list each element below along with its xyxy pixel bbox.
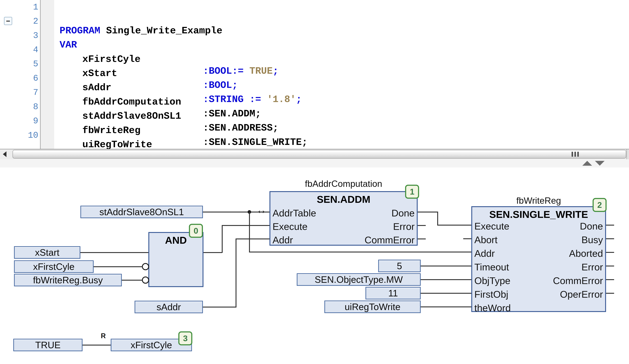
pin-addrtable[interactable]: AddrTable	[273, 208, 316, 219]
pin-theword[interactable]: theWord	[474, 302, 511, 313]
pin-error[interactable]: Error	[393, 221, 415, 232]
wire-stub	[606, 225, 614, 226]
wire-stub	[418, 225, 426, 226]
wire	[122, 280, 142, 281]
single-write-function-block[interactable]: SEN.SINGLE_WRITE Execute Abort Addr Time…	[471, 206, 606, 312]
wire	[236, 239, 270, 239]
addm-instance-name[interactable]: fbAddrComputation	[270, 179, 418, 189]
pin-done[interactable]: Done	[391, 208, 415, 219]
pin-timeout[interactable]: Timeout	[474, 261, 509, 272]
line-number: 3	[0, 30, 38, 42]
wire-stub	[606, 279, 614, 280]
inout-pin-marker: ↔	[256, 205, 267, 215]
operand-box-firstobj-value[interactable]: 11	[365, 287, 421, 299]
addm-type-name: SEN.ADDM	[270, 193, 417, 205]
wire-stub	[606, 252, 614, 253]
code-line-7[interactable]: 7 stAddrSlave8OnSL1 :SEN.ADDRESS;	[0, 87, 629, 99]
wire-stub	[418, 239, 426, 239]
wire	[222, 225, 270, 226]
wire	[421, 279, 471, 280]
code-line-2[interactable]: 2 VAR	[0, 15, 629, 27]
pin-objtype[interactable]: ObjType	[474, 275, 510, 286]
wire	[421, 265, 471, 266]
operand-box-uiregtowrite[interactable]: uiRegToWrite	[324, 301, 421, 313]
scroll-left-arrow-icon[interactable]	[3, 151, 6, 157]
splitter-grip-icon	[572, 152, 573, 157]
line-number: 1	[0, 1, 38, 13]
reset-modifier-label: R	[101, 332, 106, 340]
and-function-block[interactable]: AND	[148, 232, 203, 287]
operand-box-saddr[interactable]: sAddr	[135, 301, 203, 313]
wire	[203, 307, 236, 308]
execution-order-badge: 2	[593, 198, 607, 212]
wire-stub	[463, 238, 471, 239]
wire	[437, 212, 438, 226]
pin-aborted[interactable]: Aborted	[569, 248, 603, 259]
wire	[83, 345, 111, 346]
wire	[80, 252, 148, 253]
collapse-pane-up-icon[interactable]	[582, 161, 592, 166]
wire	[421, 306, 471, 307]
line-number: 6	[0, 72, 38, 84]
line-number: 9	[0, 115, 38, 127]
wire	[94, 266, 142, 267]
pin-error[interactable]: Error	[582, 261, 603, 272]
operand-box-xstart[interactable]: xStart	[14, 246, 80, 259]
line-number: 4	[0, 44, 38, 56]
pin-commerror[interactable]: CommError	[365, 234, 415, 245]
write-type-name: SEN.SINGLE_WRITE	[472, 209, 605, 220]
code-line-9[interactable]: 9 uiRegToWrite :UINT;	[0, 115, 629, 127]
pin-execute[interactable]: Execute	[474, 221, 509, 232]
code-line-4[interactable]: 4 xStart :BOOL;	[0, 44, 629, 56]
write-instance-name[interactable]: fbWriteReg	[471, 195, 606, 206]
wire	[222, 225, 223, 253]
line-number: 7	[0, 87, 38, 99]
operand-box-fbwritereg-busy[interactable]: fbWriteReg.Busy	[14, 274, 122, 286]
code-line-5[interactable]: 5 sAddr :STRING := '1.8';	[0, 58, 629, 70]
pin-addr[interactable]: Addr	[474, 248, 495, 259]
expand-pane-down-icon[interactable]	[595, 161, 605, 166]
wire	[203, 252, 222, 253]
operand-box-objtype[interactable]: SEN.ObjectType.MW	[297, 273, 421, 286]
execution-order-badge: 3	[178, 331, 192, 345]
addm-function-block[interactable]: SEN.ADDM AddrTable Execute Addr Done Err…	[270, 191, 418, 246]
operand-box-true-const[interactable]: TRUE	[13, 339, 83, 351]
pin-commerror[interactable]: CommError	[553, 275, 603, 286]
wire	[249, 251, 471, 252]
wire-stub	[606, 238, 614, 239]
splitter-grip-icon	[574, 152, 576, 157]
pin-addr[interactable]: Addr	[273, 234, 293, 245]
pin-opererror[interactable]: OperError	[560, 289, 603, 300]
pin-busy[interactable]: Busy	[582, 234, 603, 245]
splitter-band[interactable]	[0, 159, 629, 167]
code-line-1[interactable]: 1 PROGRAM Single_Write_Example	[0, 1, 629, 13]
wire	[418, 212, 438, 213]
pin-firstobj[interactable]: FirstObj	[474, 289, 508, 300]
scrollbar-right-cap	[627, 149, 629, 159]
operand-box-timeout-value[interactable]: 5	[378, 260, 421, 272]
line-number: 5	[0, 58, 38, 70]
negation-circle-icon[interactable]	[142, 263, 149, 270]
operand-box-staddrslave[interactable]: stAddrSlave8OnSL1	[80, 206, 203, 218]
code-line-8[interactable]: 8 fbWriteReg :SEN.SINGLE_WRITE;	[0, 101, 629, 113]
code-line-3[interactable]: 3 xFirstCyle :BOOL:= TRUE;	[0, 30, 629, 42]
negation-circle-icon[interactable]	[142, 276, 149, 284]
execution-order-badge: 1	[405, 185, 419, 199]
wire	[437, 225, 471, 226]
line-number: 8	[0, 101, 38, 113]
code-line-6[interactable]: 6 fbAddrComputation :SEN.ADDM;	[0, 72, 629, 84]
pin-abort[interactable]: Abort	[474, 234, 497, 245]
code-line-10[interactable]: 10 END_VAR	[0, 129, 629, 141]
horizontal-scrollbar-thumb[interactable]	[12, 150, 626, 158]
wire	[421, 293, 471, 294]
execution-order-badge: 0	[189, 224, 203, 238]
splitter-grip-icon	[577, 152, 579, 157]
pin-done[interactable]: Done	[580, 221, 603, 232]
wire-stub	[606, 293, 614, 294]
operand-box-xfirstcyle[interactable]: xFirstCyle	[14, 260, 94, 273]
line-number: 2	[0, 15, 38, 27]
line-number: 10	[0, 129, 38, 141]
wire	[249, 212, 250, 252]
pin-execute[interactable]: Execute	[273, 221, 308, 232]
plc-editor-window: − 1 PROGRAM Single_Write_Example 2 VAR 3…	[0, 0, 629, 364]
